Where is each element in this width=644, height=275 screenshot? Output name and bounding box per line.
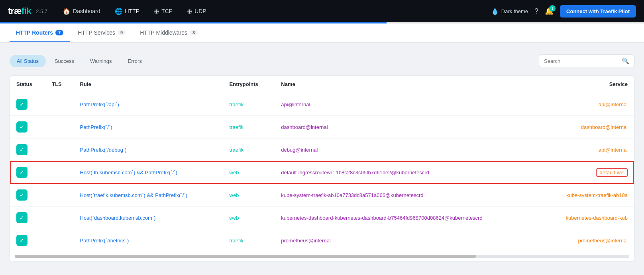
entrypoint-badge: web (230, 170, 239, 176)
row-tls (45, 229, 73, 252)
row-service: kubernetes-dashboard-kub (541, 207, 634, 229)
row-status: ✓ (10, 229, 45, 252)
udp-icon: ⊕ (187, 8, 192, 15)
search-box: 🔍 (539, 55, 634, 67)
subnav-http-routers-label: HTTP Routers (16, 29, 53, 36)
nav-udp[interactable]: ⊕ UDP (181, 5, 212, 18)
name-value: api@internal (281, 101, 310, 107)
row-name: default-ingressroutewrr-1b8c28c3c05fb7d6… (275, 161, 541, 184)
row-service: dashboard@internal (541, 116, 634, 138)
navbar-right: 💧 Dark theme ? 🔔 1 Connect with Traefik … (491, 5, 636, 18)
row-tls (45, 207, 73, 229)
service-value: prometheus@internal (578, 238, 628, 244)
service-value: kubernetes-dashboard-kub (566, 215, 628, 221)
tcp-icon: ⊕ (154, 8, 159, 15)
row-name: prometheus@internal (275, 229, 541, 252)
entrypoint-badge: traefik (230, 147, 243, 153)
rule-link[interactable]: PathPrefix(`/metrics`) (80, 238, 129, 244)
name-value: kubernetes-dashboard-kubernetes-dashboar… (281, 215, 482, 221)
col-service: Service (541, 76, 634, 93)
row-entrypoint: traefik (223, 116, 275, 138)
row-rule[interactable]: PathPrefix(`/debug`) (74, 138, 223, 161)
filter-buttons: All Status Success Warnings Errors (10, 55, 149, 67)
subnav-http-middlewares[interactable]: HTTP Middlewares 3 (134, 23, 204, 42)
rule-link[interactable]: PathPrefix(`/api`) (80, 101, 119, 107)
subnav-http-routers-badge: 7 (55, 30, 63, 35)
rule-link[interactable]: PathPrefix(`/`) (80, 124, 112, 130)
row-tls (45, 93, 73, 116)
nav-dashboard-label: Dashboard (73, 8, 100, 14)
notification-badge: 1 (549, 5, 556, 12)
filter-success[interactable]: Success (47, 55, 81, 67)
nav-http[interactable]: 🌐 HTTP (109, 5, 145, 18)
nav-udp-label: UDP (194, 8, 206, 14)
search-icon: 🔍 (622, 57, 629, 64)
rule-link[interactable]: Host(`traefik.kubemsb.com`) && PathPrefi… (80, 192, 187, 198)
row-entrypoint: web (223, 207, 275, 229)
row-service: prometheus@internal (541, 229, 634, 252)
row-entrypoint: traefik (223, 229, 275, 252)
status-ok-icon: ✓ (16, 99, 27, 110)
nav-http-label: HTTP (125, 8, 140, 14)
filter-all-status[interactable]: All Status (10, 55, 46, 67)
help-icon: ? (534, 7, 538, 15)
search-input[interactable] (544, 58, 618, 64)
filter-warnings[interactable]: Warnings (83, 55, 119, 67)
name-value: dashboard@internal (281, 124, 328, 130)
home-icon: 🏠 (63, 8, 71, 15)
row-entrypoint: web (223, 184, 275, 207)
http-icon: 🌐 (115, 8, 123, 15)
rule-link[interactable]: Host(`lb.kubemsb.com`) && PathPrefix(`/`… (80, 170, 177, 176)
row-service: api@internal (541, 138, 634, 161)
table-scrollbar-track[interactable] (15, 255, 629, 258)
col-tls: TLS (45, 76, 73, 93)
name-value: prometheus@internal (281, 238, 330, 244)
connect-pilot-button[interactable]: Connect with Traefik Pilot (560, 5, 636, 18)
table-row[interactable]: ✓PathPrefix(`/`)traefikdashboard@interna… (10, 116, 634, 138)
rule-link[interactable]: PathPrefix(`/debug`) (80, 147, 127, 153)
service-value-highlighted: default-wrr (596, 168, 628, 177)
service-value: api@internal (599, 147, 628, 153)
row-rule[interactable]: Host(`dashboard.kubemsb.com`) (74, 207, 223, 229)
service-value: kube-system-traefik-ab10a (566, 192, 628, 198)
table-row[interactable]: ✓Host(`traefik.kubemsb.com`) && PathPref… (10, 184, 634, 207)
entrypoint-badge: traefik (230, 101, 243, 107)
table-row[interactable]: ✓PathPrefix(`/debug`)traefikdebug@intern… (10, 138, 634, 161)
table-container: Status TLS Rule Entrypoints Name Service… (10, 75, 634, 261)
nav-tcp-label: TCP (161, 8, 173, 14)
subnav-http-services-label: HTTP Services (78, 29, 115, 36)
row-rule[interactable]: PathPrefix(`/metrics`) (74, 229, 223, 252)
status-ok-icon: ✓ (16, 144, 27, 155)
row-name: debug@internal (275, 138, 541, 161)
name-value: debug@internal (281, 147, 318, 153)
table-row[interactable]: ✓PathPrefix(`/metrics`)traefikprometheus… (10, 229, 634, 252)
table-header-row: Status TLS Rule Entrypoints Name Service (10, 76, 634, 93)
filter-errors[interactable]: Errors (121, 55, 149, 67)
subnav-http-routers[interactable]: HTTP Routers 7 (10, 23, 70, 42)
notification-button[interactable]: 🔔 1 (545, 7, 554, 16)
row-name: dashboard@internal (275, 116, 541, 138)
row-rule[interactable]: PathPrefix(`/api`) (74, 93, 223, 116)
table-row[interactable]: ✓Host(`lb.kubemsb.com`) && PathPrefix(`/… (10, 161, 634, 184)
row-entrypoint: traefik (223, 138, 275, 161)
dark-theme-button[interactable]: 💧 Dark theme (491, 8, 528, 15)
nav-tcp[interactable]: ⊕ TCP (148, 5, 178, 18)
subnav-http-middlewares-label: HTTP Middlewares (140, 29, 187, 36)
row-rule[interactable]: Host(`traefik.kubemsb.com`) && PathPrefi… (74, 184, 223, 207)
col-name: Name (275, 76, 541, 93)
status-ok-icon: ✓ (16, 212, 27, 223)
rule-link[interactable]: Host(`dashboard.kubemsb.com`) (80, 215, 156, 221)
help-button[interactable]: ? (534, 7, 538, 16)
row-status: ✓ (10, 138, 45, 161)
table-row[interactable]: ✓PathPrefix(`/api`)traefikapi@internalap… (10, 93, 634, 116)
table-row[interactable]: ✓Host(`dashboard.kubemsb.com`)webkuberne… (10, 207, 634, 229)
row-rule[interactable]: PathPrefix(`/`) (74, 116, 223, 138)
row-service: kube-system-traefik-ab10a (541, 184, 634, 207)
row-status: ✓ (10, 207, 45, 229)
subnav-http-services[interactable]: HTTP Services 9 (71, 23, 132, 42)
col-entrypoints: Entrypoints (223, 76, 275, 93)
service-value: api@internal (599, 101, 628, 107)
entrypoint-badge: traefik (230, 238, 243, 244)
row-rule[interactable]: Host(`lb.kubemsb.com`) && PathPrefix(`/`… (74, 161, 223, 184)
nav-dashboard[interactable]: 🏠 Dashboard (57, 5, 106, 18)
